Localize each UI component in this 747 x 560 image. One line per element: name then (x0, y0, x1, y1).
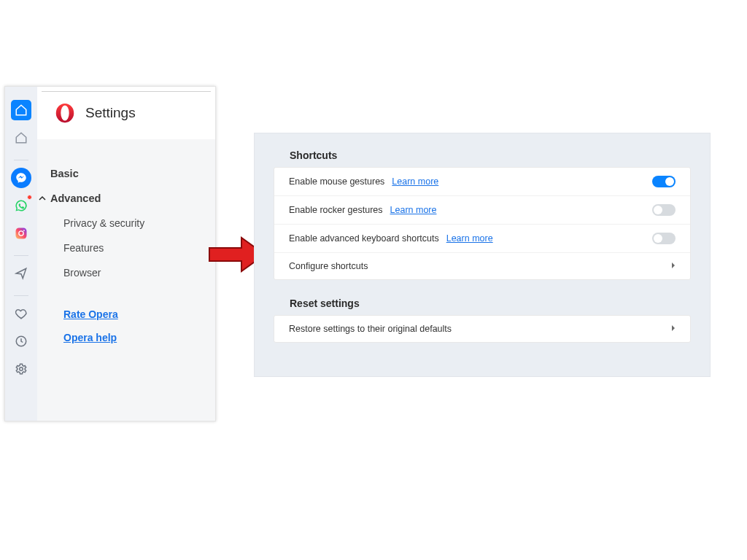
row-keyboard-shortcuts: Enable advanced keyboard shortcuts Learn… (274, 224, 690, 252)
nav-features[interactable]: Features (50, 236, 215, 260)
rocker-gestures-label: Enable rocker gestures (289, 205, 383, 215)
svg-point-6 (61, 106, 69, 121)
settings-nav-column: Settings Basic Advanced Privacy & securi… (37, 87, 215, 421)
restore-defaults-row[interactable]: Restore settings to their original defau… (274, 316, 690, 342)
clock-icon[interactable] (11, 331, 31, 351)
keyboard-shortcuts-toggle[interactable] (652, 233, 676, 244)
rocker-gestures-learn-more-link[interactable]: Learn more (390, 205, 437, 215)
chevron-right-icon (671, 324, 676, 334)
shortcuts-section-title: Shortcuts (274, 144, 691, 167)
whatsapp-icon[interactable] (11, 195, 31, 216)
configure-shortcuts-label: Configure shortcuts (289, 261, 368, 271)
chevron-up-icon (39, 195, 46, 202)
sidebar-divider (14, 295, 28, 296)
row-mouse-gestures: Enable mouse gestures Learn more (274, 168, 690, 195)
settings-detail-panel: Shortcuts Enable mouse gestures Learn mo… (254, 133, 711, 377)
configure-shortcuts-row[interactable]: Configure shortcuts (274, 252, 690, 279)
gear-icon[interactable] (11, 359, 31, 379)
settings-nav: Basic Advanced Privacy & security Featur… (37, 139, 215, 349)
settings-window: Settings Basic Advanced Privacy & securi… (4, 86, 216, 421)
send-icon[interactable] (11, 263, 31, 284)
mouse-gestures-toggle[interactable] (652, 176, 676, 187)
messenger-icon[interactable] (11, 168, 31, 188)
mouse-gestures-learn-more-link[interactable]: Learn more (392, 176, 438, 187)
nav-advanced[interactable]: Advanced (39, 186, 215, 211)
nav-browser[interactable]: Browser (50, 260, 215, 285)
svg-rect-0 (16, 228, 27, 239)
sidebar-divider (14, 255, 28, 256)
nav-advanced-label: Advanced (50, 192, 101, 204)
restore-defaults-label: Restore settings to their original defau… (289, 324, 452, 334)
row-rocker-gestures: Enable rocker gestures Learn more (274, 195, 690, 224)
nav-privacy[interactable]: Privacy & security (50, 211, 215, 236)
heart-icon[interactable] (11, 303, 31, 324)
notification-dot-icon (27, 195, 32, 200)
mouse-gestures-label: Enable mouse gestures (289, 176, 384, 187)
settings-title: Settings (85, 105, 136, 121)
settings-header: Settings (37, 87, 215, 139)
svg-point-2 (23, 230, 25, 231)
opera-help-link[interactable]: Opera help (63, 326, 215, 349)
sidebar-outline-home-icon[interactable] (11, 128, 31, 148)
shortcuts-block: Enable mouse gestures Learn more Enable … (274, 167, 691, 280)
sidebar-rail (5, 87, 37, 421)
instagram-icon[interactable] (11, 223, 31, 244)
opera-logo-icon (55, 103, 75, 123)
rate-opera-link[interactable]: Rate Opera (63, 303, 215, 326)
reset-block: Restore settings to their original defau… (274, 315, 691, 343)
rocker-gestures-toggle[interactable] (652, 204, 676, 216)
sidebar-home-icon[interactable] (11, 100, 31, 120)
chevron-right-icon (671, 261, 676, 271)
nav-basic[interactable]: Basic (50, 161, 215, 186)
reset-section-title: Reset settings (274, 292, 691, 315)
keyboard-shortcuts-label: Enable advanced keyboard shortcuts (289, 233, 439, 244)
sidebar-divider (14, 160, 28, 160)
nav-footer-links: Rate Opera Opera help (50, 285, 215, 349)
keyboard-shortcuts-learn-more-link[interactable]: Learn more (446, 233, 493, 244)
svg-point-4 (20, 368, 23, 371)
